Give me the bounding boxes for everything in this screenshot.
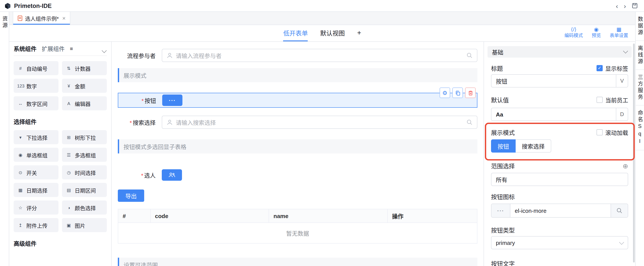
palette-item[interactable]: ⊙开关 (14, 165, 58, 180)
code-mode-button[interactable]: ⟨/⟩编码模式 (564, 27, 583, 38)
title-input[interactable]: 按钮 V (491, 74, 628, 88)
palette-group-title-advanced: 高级组件 (14, 239, 107, 248)
top-actions: ⟨/⟩编码模式◉预览▦表单设置 (564, 27, 628, 38)
palette-tab-extension[interactable]: 扩展组件 (42, 44, 64, 53)
document-tab-active[interactable]: 选人组件示例* × (13, 12, 70, 24)
palette-item[interactable]: 123数字 (14, 79, 58, 93)
mode-button[interactable]: 按钮 (491, 140, 516, 152)
component-icon: ▦ (17, 188, 24, 192)
widget-copy-button[interactable] (452, 88, 463, 98)
search-icon (466, 52, 472, 58)
range-input[interactable]: 所有 (491, 173, 628, 186)
add-range-icon[interactable]: ⊕ (623, 162, 628, 169)
search-select-input[interactable]: 请输入搜索选择 (162, 116, 478, 129)
right-strip-label: 三方服务 (637, 74, 642, 101)
component-label: 开关 (26, 168, 37, 176)
palette-item[interactable]: ↥附件上传 (14, 218, 58, 232)
variable-suffix-button[interactable]: V (616, 75, 628, 87)
view-tabbar: 低开表单默认视图+ ⟨/⟩编码模式◉预览▦表单设置 (9, 25, 635, 42)
required-mark: * (142, 98, 144, 104)
icon-search-button[interactable] (610, 204, 628, 217)
palette-tab-system[interactable]: 系统组件 (14, 44, 36, 53)
more-button[interactable]: ··· (162, 94, 182, 106)
button-field-widget-selected[interactable]: *按钮 ··· ⚙ (118, 93, 478, 108)
component-label: 金额 (75, 82, 85, 90)
default-suffix-button[interactable]: D (616, 108, 628, 120)
search-select-field-widget[interactable]: *搜索选择 请输入搜索选择 (118, 116, 478, 129)
component-label: 数字区间 (26, 100, 48, 107)
pick-person-button[interactable] (162, 169, 182, 181)
section-bar-label: 展示模式 (124, 71, 146, 79)
component-label: 编辑器 (75, 100, 90, 107)
nav-back-icon[interactable]: ‹ (616, 2, 618, 9)
current-employee-checkbox-row[interactable]: 当前员工 (596, 96, 628, 104)
component-icon: 123 (17, 83, 24, 88)
component-icon: ↔ (17, 101, 24, 106)
show-label-checkbox-row[interactable]: ✓ 显示标签 (596, 64, 628, 72)
resources-vertical-tab[interactable]: 资源 (2, 16, 7, 266)
right-strip-item-data-source[interactable]: 数据源 (636, 12, 644, 41)
palette-sort-icon[interactable]: ≡ (70, 46, 73, 52)
participant-field-widget[interactable]: 流程参与者 请输入流程参与者 (118, 49, 478, 62)
mode-search-select[interactable]: 搜索选择 (516, 140, 551, 152)
component-label: 计数器 (75, 64, 90, 72)
checkbox-unchecked-icon[interactable] (596, 97, 603, 103)
palette-item[interactable]: A编辑器 (62, 96, 107, 110)
palette-item[interactable]: ⊞树形下拉 (62, 130, 107, 144)
person-icon (166, 119, 173, 125)
right-strip-item-offline-source[interactable]: 离线源 (636, 41, 644, 70)
palette-item[interactable]: ▣图片 (62, 218, 107, 232)
scroll-load-checkbox-row[interactable]: 滚动加载 (596, 128, 628, 136)
palette-item[interactable]: ☆评分 (14, 200, 58, 214)
add-view-button[interactable]: + (357, 25, 361, 41)
palette-item[interactable]: ◷时间选择 (62, 165, 107, 180)
section-bar-subtable[interactable]: 按钮模式多选回显子表格 (118, 140, 478, 154)
section-bar-display-mode[interactable]: 展示模式 (118, 68, 478, 82)
document-tabbar: 选人组件示例* × (9, 12, 635, 25)
nav-forward-icon[interactable]: › (624, 2, 626, 9)
tab-default-view[interactable]: 默认视图 (320, 25, 345, 41)
palette-item[interactable]: ☰多选框组 (62, 148, 107, 162)
default-value-text: Aa (492, 111, 616, 118)
component-icon: ▾ (17, 135, 24, 140)
right-strip-item-named-sql[interactable]: 命名Sql (636, 106, 644, 150)
table-header-cell: code (150, 209, 269, 223)
required-mark: * (130, 119, 132, 126)
component-label: 下拉选择 (26, 134, 48, 141)
widget-settings-button[interactable]: ⚙ (440, 88, 450, 98)
checkbox-unchecked-icon[interactable] (596, 129, 603, 136)
collapse-chevron-icon[interactable] (623, 48, 628, 54)
save-icon[interactable] (632, 3, 638, 9)
palette-item[interactable]: ¥金额 (62, 79, 107, 93)
palette-item[interactable]: ◉单选框组 (14, 148, 58, 162)
search-field-label: 搜索选择 (133, 119, 156, 126)
palette-item[interactable]: ◑颜色选择 (62, 200, 107, 214)
form-settings-button[interactable]: ▦表单设置 (610, 27, 628, 38)
export-button[interactable]: 导出 (118, 190, 144, 202)
default-value-input[interactable]: Aa D (491, 108, 628, 121)
widget-delete-button[interactable] (465, 88, 476, 98)
palette-item[interactable]: ↔数字区间 (14, 96, 58, 110)
properties-scrollbar[interactable] (633, 44, 635, 262)
checkbox-checked-icon[interactable]: ✓ (596, 65, 603, 71)
participant-input[interactable]: 请输入流程参与者 (162, 49, 478, 62)
palette-item[interactable]: ▤日期区间 (62, 183, 107, 197)
tab-low-code-form[interactable]: 低开表单 (283, 25, 308, 41)
close-tab-icon[interactable]: × (62, 15, 66, 22)
range-select-label: 范围选择 (491, 161, 515, 170)
right-strip-item-third-party-service[interactable]: 三方服务 (636, 70, 644, 106)
palette-item[interactable]: ▦日期选择 (14, 183, 58, 197)
palette-item[interactable]: #自动编号 (14, 61, 58, 75)
form-settings-icon: ▦ (616, 27, 622, 32)
section-bar-range[interactable]: 设置可选范围 (118, 258, 478, 266)
icon-name-value: el-icon-more (510, 207, 610, 214)
properties-section-basic[interactable]: 基础 (488, 46, 632, 58)
palette-item[interactable]: ▾下拉选择 (14, 130, 58, 144)
button-icon-input[interactable]: ··· el-icon-more (491, 204, 628, 218)
preview-button[interactable]: ◉预览 (592, 27, 601, 38)
palette-item[interactable]: ⇅计数器 (62, 61, 107, 75)
palette-collapse-chevron-icon[interactable] (102, 47, 106, 54)
trash-icon (468, 90, 473, 96)
picker-field-widget[interactable]: *选人 (118, 168, 478, 182)
button-type-select[interactable]: primary (491, 236, 628, 249)
